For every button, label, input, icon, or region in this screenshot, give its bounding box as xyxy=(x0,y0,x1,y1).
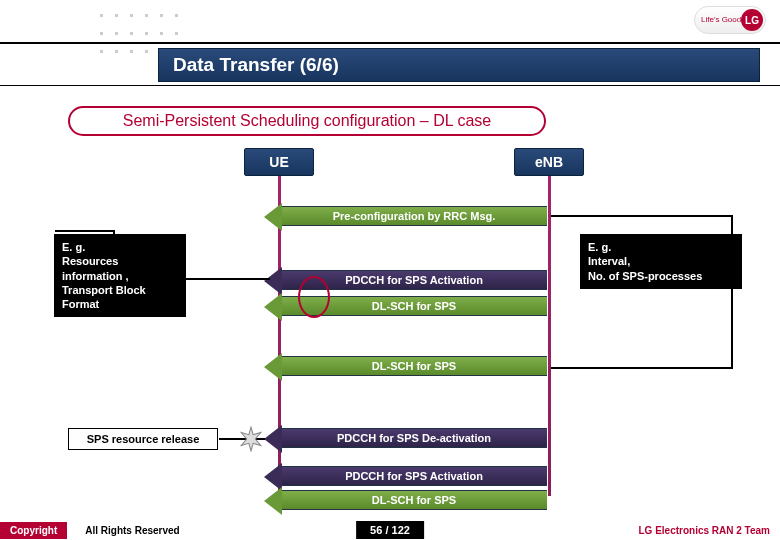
star-icon xyxy=(238,426,264,452)
msg-pdcch-activation-2: PDCCH for SPS Activation xyxy=(281,466,547,486)
msg-label: PDCCH for SPS Activation xyxy=(345,274,483,286)
page-indicator: 56 / 122 xyxy=(356,521,424,539)
arrow-left-icon xyxy=(264,425,282,453)
header-bar: Life's Good LG xyxy=(0,0,780,42)
arrow-left-icon xyxy=(264,267,282,295)
connector-line xyxy=(551,367,733,369)
note-sps-release: SPS resource release xyxy=(68,428,218,450)
note-right: E. g. Interval, No. of SPS-processes xyxy=(580,234,742,289)
arrow-left-icon xyxy=(264,203,282,231)
page-title: Data Transfer (6/6) xyxy=(158,48,760,82)
msg-preconfig: Pre-configuration by RRC Msg. xyxy=(281,206,547,226)
team-credit: LG Electronics RAN 2 Team xyxy=(638,525,770,536)
sequence-diagram: UE eNB Pre-configuration by RRC Msg. PDC… xyxy=(0,148,780,516)
connector-line xyxy=(551,215,733,217)
msg-dlsch-2: DL-SCH for SPS xyxy=(281,356,547,376)
msg-dlsch-3: DL-SCH for SPS xyxy=(281,490,547,510)
title-underline xyxy=(0,85,780,86)
connector-line xyxy=(186,278,270,280)
node-ue: UE xyxy=(244,148,314,176)
msg-label: DL-SCH for SPS xyxy=(372,300,456,312)
header-rule xyxy=(0,42,780,44)
lifeline-enb xyxy=(548,158,551,496)
connector-line xyxy=(113,230,115,238)
msg-label: PDCCH for SPS Activation xyxy=(345,470,483,482)
subtitle: Semi-Persistent Scheduling configuration… xyxy=(68,106,546,136)
msg-label: Pre-configuration by RRC Msg. xyxy=(333,210,496,222)
msg-label: DL-SCH for SPS xyxy=(372,360,456,372)
node-enb: eNB xyxy=(514,148,584,176)
connector-line xyxy=(731,215,733,369)
msg-label: DL-SCH for SPS xyxy=(372,494,456,506)
logo-tagline: Life's Good xyxy=(701,16,741,24)
svg-marker-0 xyxy=(241,427,261,451)
arrow-left-icon xyxy=(264,293,282,321)
logo-circle-icon: LG xyxy=(741,9,763,31)
connector-line xyxy=(55,230,115,232)
lg-logo: Life's Good LG xyxy=(694,6,766,34)
rights-text: All Rights Reserved xyxy=(85,525,179,536)
footer: Copyright All Rights Reserved 56 / 122 L… xyxy=(0,520,780,540)
arrow-left-icon xyxy=(264,353,282,381)
copyright-badge: Copyright xyxy=(0,522,67,539)
arrow-left-icon xyxy=(264,487,282,515)
note-text: E. g. Interval, No. of SPS-processes xyxy=(588,241,702,282)
note-text: E. g. Resources information , Transport … xyxy=(62,241,146,310)
msg-label: PDCCH for SPS De-activation xyxy=(337,432,491,444)
msg-pdcch-deactivation: PDCCH for SPS De-activation xyxy=(281,428,547,448)
note-left: E. g. Resources information , Transport … xyxy=(54,234,186,317)
highlight-ellipse-icon xyxy=(298,276,330,318)
